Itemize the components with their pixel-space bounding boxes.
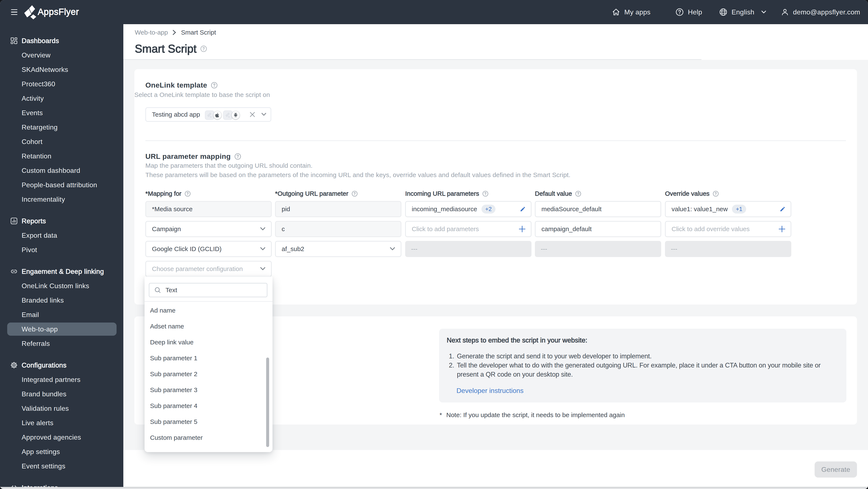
choose-parameter-configuration-select[interactable]: Choose parameter configuration xyxy=(145,261,272,277)
mapping-description-2: These parameters will be based on the pa… xyxy=(145,171,570,178)
sidebar-item-people-based-attribution[interactable]: People-based attribution xyxy=(0,178,123,192)
dropdown-option-sub-parameter-2[interactable]: Sub parameter 2 xyxy=(145,366,273,382)
page-header: Web-to-app Smart Script Smart Script xyxy=(123,24,868,60)
breadcrumb: Web-to-app Smart Script xyxy=(135,29,216,36)
sidebar-item-referrals[interactable]: Referrals xyxy=(0,336,123,351)
sidebar-item-events[interactable]: Events xyxy=(0,106,123,120)
edit-override-pencil-icon[interactable] xyxy=(780,206,785,212)
outgoing-af-sub2-select[interactable]: af_sub2 xyxy=(275,241,401,257)
dropdown-option-sub-parameter-1[interactable]: Sub parameter 1 xyxy=(145,350,273,366)
onelink-template-value: Testing abcd app xyxy=(152,111,200,118)
template-chevron-down-icon[interactable] xyxy=(261,113,267,116)
dropdown-option-ad-name[interactable]: Ad name xyxy=(145,303,273,318)
default-campaign-field[interactable]: campaign_default xyxy=(535,221,661,237)
dropdown-option-sub-parameter-4[interactable]: Sub parameter 4 xyxy=(145,398,273,414)
edit-incoming-pencil-icon[interactable] xyxy=(520,206,526,212)
mapping-for-help-icon[interactable] xyxy=(185,191,190,197)
sidebar-item-validation-rules[interactable]: Validation rules xyxy=(0,401,123,415)
sidebar-item-web-to-app[interactable]: Web-to-app xyxy=(0,322,123,336)
sidebar-item-onelink-custom-links[interactable]: OneLink Custom links xyxy=(0,279,123,293)
topbar: AppsFlyer My apps Help English xyxy=(0,0,868,24)
dropdown-search-input[interactable]: Text xyxy=(149,283,268,297)
mapping-for-media-source: *Media source xyxy=(145,201,272,217)
sidebar-section-dashboards[interactable]: Dashboards xyxy=(0,33,123,48)
sidebar-item-live-alerts[interactable]: Live alerts xyxy=(0,415,123,430)
clear-template-icon[interactable] xyxy=(250,112,255,117)
sidebar-item-retargeting[interactable]: Retargeting xyxy=(0,120,123,135)
appsflyer-logo[interactable]: AppsFlyer xyxy=(24,4,79,20)
my-apps-label: My apps xyxy=(624,8,651,16)
incoming-add-parameters[interactable]: Click to add parameters xyxy=(405,221,531,237)
outgoing-help-icon[interactable] xyxy=(352,191,358,197)
default-mediasource-field[interactable]: mediaSource_default xyxy=(535,201,661,217)
dropdown-scrollbar[interactable] xyxy=(266,357,269,447)
override-help-icon[interactable] xyxy=(713,191,719,197)
breadcrumb-web-to-app[interactable]: Web-to-app xyxy=(135,29,168,36)
android-icon xyxy=(231,111,240,119)
sidebar-item-event-settings[interactable]: Event settings xyxy=(0,459,123,473)
column-header-outgoing: *Outgoing URL parameter xyxy=(275,190,358,197)
override-disabled-field: --- xyxy=(665,241,791,257)
sidebar-item-custom-dashboard[interactable]: Custom dashboard xyxy=(0,163,123,178)
gear-icon xyxy=(10,362,18,369)
sidebar-item-pivot[interactable]: Pivot xyxy=(0,242,123,257)
developer-instructions-link[interactable]: Developer instructions xyxy=(457,387,524,395)
mapping-for-campaign-select[interactable]: Campaign xyxy=(145,221,272,237)
sidebar-item-retantion[interactable]: Retantion xyxy=(0,149,123,163)
column-header-mapping-for: *Mapping for xyxy=(145,190,190,197)
onelink-template-select[interactable]: Testing abcd app xyxy=(145,107,271,122)
sidebar-item-brand-bundles[interactable]: Brand bundles xyxy=(0,387,123,401)
note-asterisk: * xyxy=(439,411,446,419)
column-header-override: Override values xyxy=(665,190,719,197)
sidebar-item-cohort[interactable]: Cohort xyxy=(0,135,123,149)
incoming-help-icon[interactable] xyxy=(483,191,488,197)
language-selector[interactable]: English xyxy=(719,0,766,24)
sidebar-item-branded-links[interactable]: Branded links xyxy=(0,293,123,308)
account-email: demo@appsflyer.com xyxy=(793,8,860,16)
account-menu[interactable]: demo@appsflyer.com xyxy=(781,0,868,24)
dropdown-option-adset-name[interactable]: Adset name xyxy=(145,318,273,334)
sidebar-item-export-data[interactable]: Export data xyxy=(0,228,123,242)
sidebar-section-engagement-deep-linking[interactable]: Engaement & Deep linking xyxy=(0,264,123,279)
sidebar-section-configurations[interactable]: Configurations xyxy=(0,358,123,372)
default-help-icon[interactable] xyxy=(575,191,581,197)
smart-script-card: OneLink template Select a OneLink templa… xyxy=(134,69,857,305)
sidebar-item-skadnetworks[interactable]: SKAdNetworks xyxy=(0,62,123,77)
onelink-template-help-icon[interactable] xyxy=(211,82,217,88)
generate-button[interactable]: Generate xyxy=(815,461,857,478)
dropdown-options-list: Ad name Adset name Deep link value Sub p… xyxy=(145,303,273,445)
dropdown-option-custom-parameter[interactable]: Custom parameter xyxy=(145,430,273,445)
dropdown-search-value: Text xyxy=(165,287,177,294)
my-apps-button[interactable]: My apps xyxy=(612,0,651,24)
sidebar-item-protect360[interactable]: Protect360 xyxy=(0,77,123,91)
help-button[interactable]: Help xyxy=(676,0,702,24)
add-parameters-plus-icon[interactable] xyxy=(519,225,526,233)
dropdown-option-deep-link-value[interactable]: Deep link value xyxy=(145,334,273,350)
sidebar-item-activity[interactable]: Activity xyxy=(0,91,123,106)
sidebar-item-email[interactable]: Email xyxy=(0,308,123,322)
incoming-mediasource-field[interactable]: incoming_mediasource+2 xyxy=(405,201,531,217)
override-values-field[interactable]: value1: value1_new+1 xyxy=(665,201,791,217)
chevron-down-icon xyxy=(761,10,766,14)
sidebar-item-approved-agencies[interactable]: Approved agencies xyxy=(0,430,123,444)
dropdown-option-sub-parameter-5[interactable]: Sub parameter 5 xyxy=(145,414,273,430)
add-override-plus-icon[interactable] xyxy=(778,225,785,233)
url-parameter-mapping-help-icon[interactable] xyxy=(235,153,241,160)
page-title-help-icon[interactable] xyxy=(200,46,207,52)
plus-1-badge: +1 xyxy=(732,205,746,213)
breadcrumb-chevron-icon xyxy=(173,30,176,35)
sidebar-section-reports[interactable]: Reports xyxy=(0,214,123,228)
url-parameter-mapping-heading: URL parameter mapping xyxy=(145,152,231,161)
chevron-down-icon xyxy=(260,227,266,231)
android-app-icon xyxy=(223,111,232,120)
dropdown-option-sub-parameter-3[interactable]: Sub parameter 3 xyxy=(145,382,273,398)
sidebar-item-incrementality[interactable]: Incrementality xyxy=(0,192,123,206)
sidebar-item-app-settings[interactable]: App settings xyxy=(0,444,123,459)
footer-bar: Generate xyxy=(123,450,868,487)
hamburger-menu-icon[interactable] xyxy=(11,9,18,15)
override-add-values[interactable]: Click to add override values xyxy=(665,221,791,237)
mapping-for-gclid-select[interactable]: Google Click ID (GCLID) xyxy=(145,241,272,257)
appsflyer-logo-mark xyxy=(24,5,37,20)
sidebar-item-integrated-partners[interactable]: Integrated partners xyxy=(0,372,123,387)
sidebar-item-overview[interactable]: Overview xyxy=(0,48,123,62)
